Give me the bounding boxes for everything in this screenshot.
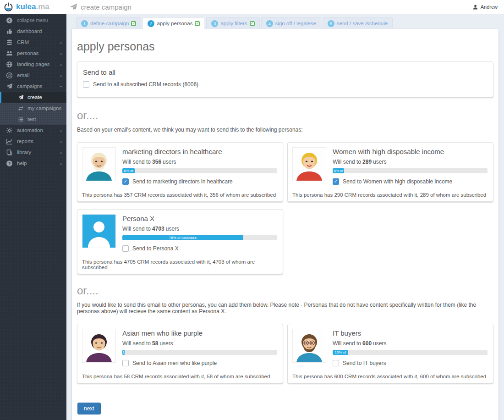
svg-text:?: ? [8, 161, 11, 166]
brand-suffix: .ma [36, 2, 49, 11]
persona-title: Asian men who like purple [122, 329, 277, 337]
persona-avatar [292, 147, 326, 181]
persona-card-marketing-directors: marketing directors in healthcare Will s… [77, 142, 283, 202]
tab-sign-off[interactable]: 4 sign off / legalese [261, 17, 321, 29]
persona-database-bar: 6% of [122, 168, 277, 173]
persona-title: Women with high disposable income [333, 148, 488, 155]
persona-title: IT buyers [333, 329, 488, 337]
checkbox-icon[interactable] [333, 360, 339, 366]
check-icon [250, 21, 255, 26]
persona-cards-row-2: Persona X Will send to4703users 78% of d… [77, 209, 493, 274]
persona-card-women-high-income: Women with high disposable income Will s… [287, 142, 493, 202]
check-icon [131, 21, 136, 26]
library-icon [6, 149, 13, 156]
paper-plane-icon [70, 3, 77, 11]
persona-send-count: Will send to58users [122, 340, 277, 347]
apply-personas-panel: apply personas Send to all Send to all s… [72, 29, 499, 420]
persona-database-bar: 10% of [333, 350, 488, 355]
persona-send-count: Will send to356users [122, 159, 277, 165]
thumbs-up-icon [6, 28, 13, 35]
step-badge: 3 [211, 20, 218, 27]
sidebar-item-dashboard[interactable]: dashboard [0, 26, 66, 37]
sidebar-item-automation[interactable]: automation [0, 125, 66, 136]
check-icon [195, 21, 200, 26]
chevron-right-icon [60, 50, 62, 56]
chevron-right-icon [60, 72, 62, 78]
persona-send-checkbox-row[interactable]: Send to Women with high disposable incom… [333, 178, 488, 185]
tab-send-save-schedule[interactable]: 5 send / save /schedule [323, 17, 393, 29]
persona-send-checkbox-row[interactable]: Send to IT buyers [333, 360, 488, 366]
persona-card-it-buyers: IT buyers Will send to600users 10% of Se… [287, 324, 493, 383]
page-title: create campaign [70, 3, 131, 11]
checkbox-icon[interactable] [333, 178, 339, 185]
checkbox-icon[interactable] [122, 245, 129, 252]
persona-footer: This persona has 290 CRM records associa… [292, 192, 488, 198]
chevron-right-icon [60, 39, 62, 45]
tab-apply-personas[interactable]: 2 apply personas [142, 17, 205, 29]
sidebar-item-crm[interactable]: CRM [0, 37, 66, 48]
user-icon [472, 4, 478, 10]
persona-footer: This persona has 357 CRM records associa… [82, 192, 278, 198]
send-to-all-checkbox-row[interactable]: Send to all subscribed CRM records (6006… [83, 81, 488, 88]
main-content: 1 define campaign 2 apply personas 3 app… [66, 14, 504, 420]
wizard-tabs: 1 define campaign 2 apply personas 3 app… [72, 17, 499, 29]
persona-title: Persona X [122, 215, 277, 222]
send-to-all-box: Send to all Send to all subscribed CRM r… [77, 61, 493, 97]
persona-send-checkbox-row[interactable]: Send to Persona X [122, 245, 277, 252]
sidebar-subitem-create[interactable]: create [0, 92, 66, 103]
sidebar-subitem-my-campaigns[interactable]: my campaigns [0, 103, 66, 114]
persona-send-count: Will send to600users [333, 340, 488, 347]
step-badge: 5 [328, 20, 334, 27]
next-button[interactable]: next [77, 403, 101, 414]
sidebar-item-reports[interactable]: reports [0, 136, 66, 147]
gear-icon [6, 127, 13, 134]
or-text-2: If you would like to send this email to … [77, 302, 493, 315]
sidebar-item-personas[interactable]: personas [0, 48, 66, 59]
sidebar: collapse menu dashboard CRM personas [0, 14, 66, 420]
exchange-icon [18, 105, 24, 111]
sidebar-item-email[interactable]: @ email [0, 70, 66, 81]
step-badge: 1 [81, 20, 88, 27]
persona-footer: This persona has 4705 CRM records associ… [82, 259, 278, 270]
chevron-right-icon [60, 61, 62, 67]
panel-heading: apply personas [77, 40, 493, 53]
collapse-icon [6, 17, 13, 24]
persona-send-count: Will send to4703users [122, 226, 277, 232]
user-menu[interactable]: Andrew [472, 4, 498, 10]
checkbox-icon[interactable] [83, 81, 89, 88]
step-badge: 2 [148, 20, 154, 27]
tab-define-campaign[interactable]: 1 define campaign [76, 17, 141, 29]
or-heading-1: or.... [77, 109, 493, 122]
paper-plane-icon [18, 94, 24, 100]
users-icon [6, 50, 13, 57]
chevron-right-icon [60, 160, 62, 166]
chevron-right-icon [60, 127, 62, 133]
sidebar-subitem-test[interactable]: test [0, 114, 66, 125]
svg-text:@: @ [7, 73, 11, 77]
checkbox-icon[interactable] [122, 360, 129, 366]
checkbox-icon[interactable] [122, 178, 129, 185]
sidebar-item-library[interactable]: library [0, 147, 66, 158]
brand-name: kulea [16, 2, 36, 11]
sidebar-item-landing-pages[interactable]: landing pages [0, 59, 66, 70]
send-to-all-title: Send to all [83, 68, 488, 76]
persona-footer: This persona has 600 CRM records associa… [292, 374, 488, 379]
sidebar-item-help[interactable]: ? help [0, 158, 66, 169]
persona-cards-row-1: marketing directors in healthcare Will s… [77, 142, 493, 202]
persona-send-checkbox-row[interactable]: Send to Asian men who like purple [122, 360, 277, 366]
top-bar: kulea.ma create campaign Andrew [0, 0, 504, 14]
globe-icon [6, 61, 13, 68]
persona-avatar [82, 329, 116, 363]
brand-logo[interactable]: kulea.ma [0, 2, 66, 12]
sidebar-item-collapse-menu[interactable]: collapse menu [0, 15, 66, 26]
chevron-right-icon [60, 149, 62, 155]
tab-apply-filters[interactable]: 3 apply filters [206, 17, 259, 29]
list-icon [18, 116, 24, 122]
step-badge: 4 [266, 20, 273, 27]
persona-cards-row-3: Asian men who like purple Will send to58… [77, 324, 493, 383]
sidebar-item-campaigns[interactable]: campaigns [0, 81, 66, 92]
persona-send-checkbox-row[interactable]: Send to marketing directors in healthcar… [122, 178, 277, 185]
persona-database-bar: 78% of database [122, 235, 277, 240]
question-icon: ? [6, 160, 13, 167]
persona-database-bar: 1 [122, 350, 277, 355]
